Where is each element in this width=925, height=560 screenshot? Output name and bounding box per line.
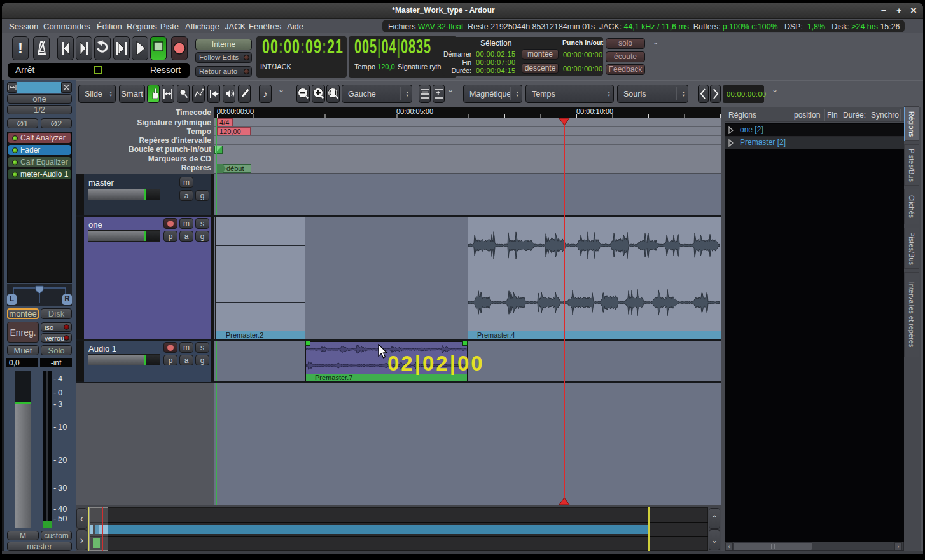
svg-text:!: !	[18, 39, 23, 57]
svg-text:♪: ♪	[263, 88, 268, 99]
